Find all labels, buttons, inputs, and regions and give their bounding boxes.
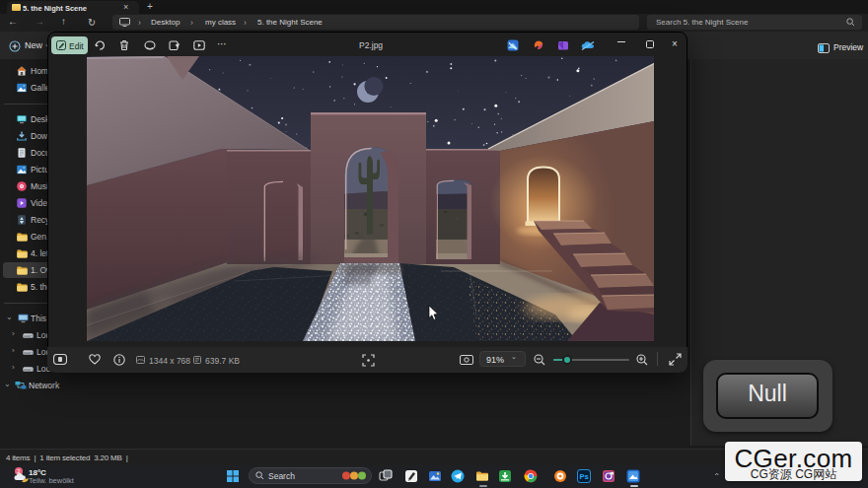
svg-text:Ps: Ps (580, 472, 589, 481)
